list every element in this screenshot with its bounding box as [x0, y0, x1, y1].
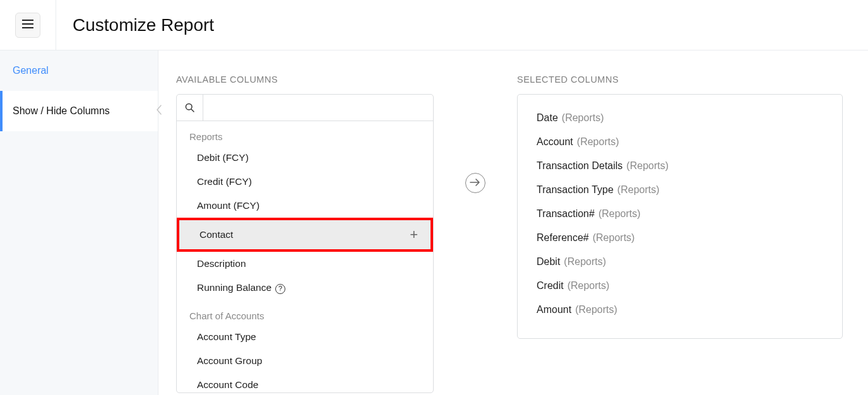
help-icon[interactable]: ?	[275, 284, 285, 294]
search-row	[177, 95, 433, 121]
group-chart-of-accounts-label: Chart of Accounts	[177, 300, 433, 325]
sidebar-item-show-hide-columns[interactable]: Show / Hide Columns	[0, 91, 158, 131]
available-columns-box: Reports Debit (FCY) Credit (FCY) Amount …	[176, 94, 434, 393]
available-item-account-type[interactable]: Account Type	[177, 325, 433, 349]
selected-item-debit[interactable]: Debit(Reports)	[537, 250, 823, 274]
hamburger-icon	[22, 20, 33, 30]
available-item-amount-fcy[interactable]: Amount (FCY)	[177, 194, 433, 218]
selected-item-reference-number[interactable]: Reference#(Reports)	[537, 226, 823, 250]
sidebar-showhide-label: Show / Hide Columns	[13, 105, 110, 117]
selected-columns-label: SELECTED COLUMNS	[517, 74, 843, 85]
transfer-right-button[interactable]	[465, 173, 485, 193]
selected-item-account[interactable]: Account(Reports)	[537, 130, 823, 154]
content-wrap: General Show / Hide Columns AVAILABLE CO…	[0, 50, 868, 395]
available-item-account-group[interactable]: Account Group	[177, 349, 433, 373]
header-divider	[56, 0, 56, 50]
available-item-account-code[interactable]: Account Code	[177, 373, 433, 393]
selected-item-transaction-number[interactable]: Transaction#(Reports)	[537, 202, 823, 226]
available-item-debit-fcy[interactable]: Debit (FCY)	[177, 146, 433, 170]
search-icon	[177, 95, 203, 121]
available-list: Reports Debit (FCY) Credit (FCY) Amount …	[177, 121, 433, 392]
sidebar-item-general[interactable]: General	[0, 50, 158, 91]
selected-columns-panel: SELECTED COLUMNS Date(Reports) Account(R…	[517, 74, 843, 395]
available-columns-label: AVAILABLE COLUMNS	[176, 74, 434, 85]
search-input[interactable]	[203, 95, 433, 121]
selected-item-credit[interactable]: Credit(Reports)	[537, 274, 823, 298]
available-columns-panel: AVAILABLE COLUMNS Reports Debit (FCY) Cr…	[176, 74, 434, 395]
sidebar: General Show / Hide Columns	[0, 50, 158, 395]
svg-line-1	[191, 109, 194, 112]
selected-item-date[interactable]: Date(Reports)	[537, 106, 823, 130]
available-item-running-balance[interactable]: Running Balance?	[177, 276, 433, 300]
selected-item-amount[interactable]: Amount(Reports)	[537, 298, 823, 322]
transfer-column	[465, 74, 485, 395]
header: Customize Report	[0, 0, 868, 50]
selected-item-transaction-details[interactable]: Transaction Details(Reports)	[537, 154, 823, 178]
chevron-left-icon	[156, 104, 162, 118]
available-item-description[interactable]: Description	[177, 252, 433, 276]
available-item-contact[interactable]: Contact +	[177, 218, 433, 252]
sidebar-general-label: General	[13, 65, 49, 76]
menu-button[interactable]	[15, 13, 40, 38]
arrow-right-icon	[470, 178, 481, 189]
group-reports-label: Reports	[177, 121, 433, 146]
selected-columns-box: Date(Reports) Account(Reports) Transacti…	[517, 94, 843, 339]
plus-icon[interactable]: +	[410, 227, 418, 243]
page-title: Customize Report	[73, 15, 214, 35]
main-area: AVAILABLE COLUMNS Reports Debit (FCY) Cr…	[158, 50, 868, 395]
available-item-credit-fcy[interactable]: Credit (FCY)	[177, 170, 433, 194]
selected-item-transaction-type[interactable]: Transaction Type(Reports)	[537, 178, 823, 202]
